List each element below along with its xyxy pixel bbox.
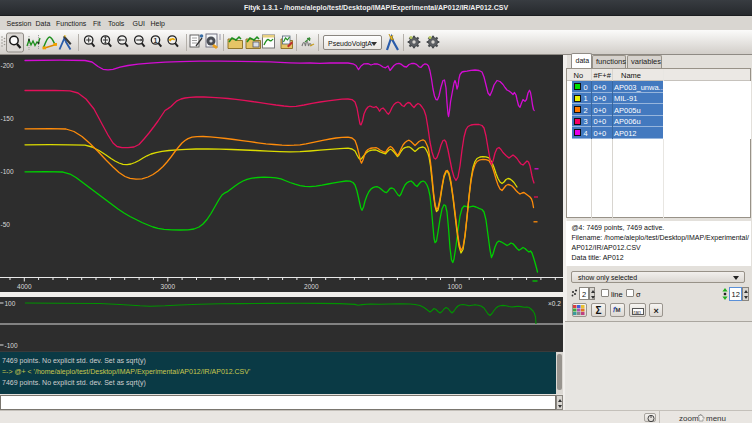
svg-text:1000: 1000 [448, 283, 463, 290]
svg-text:×0.2: ×0.2 [548, 300, 561, 307]
svg-text:4000: 4000 [17, 283, 32, 290]
svg-text:3000: 3000 [161, 283, 176, 290]
svg-text:-50: -50 [1, 221, 11, 228]
svg-text:-200: -200 [1, 62, 14, 69]
svg-text:2000: 2000 [304, 283, 319, 290]
svg-text:-100: -100 [1, 168, 14, 175]
svg-text:-100: -100 [5, 342, 18, 349]
svg-text:-150: -150 [1, 115, 14, 122]
svg-text:100: 100 [5, 300, 16, 307]
svg-text:1: 1 [154, 37, 158, 44]
